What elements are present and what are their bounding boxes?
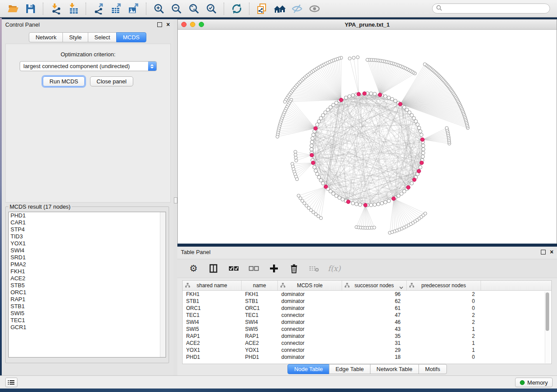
tab-network-table[interactable]: Network Table [370,364,419,374]
table-scrollbar-thumb[interactable] [546,292,549,331]
network-window-titlebar[interactable]: YPA_prune.txt_1 [178,20,557,30]
duplicate-network-icon[interactable] [255,2,270,15]
cell-predecessor-nodes: 2 [407,333,481,340]
memory-button[interactable]: Memory [515,378,553,387]
control-panel: Control Panel × NetworkStyleSelectMCDS O… [2,19,173,375]
mcds-node-item[interactable]: SWI5 [9,310,166,317]
task-history-button[interactable] [5,378,17,387]
export-table-icon[interactable] [109,2,124,15]
table-row[interactable]: YOX1YOX1connector291 [183,347,551,354]
tab-style[interactable]: Style [62,32,88,42]
zoom-fit-icon[interactable] [187,2,201,15]
export-image-icon[interactable] [126,2,141,15]
column-header-shared-name[interactable]: shared name [183,281,242,290]
cell-successor-nodes: 62 [342,298,407,305]
table-row[interactable]: FKH1FKH1dominator962 [183,291,551,298]
zoom-in-icon[interactable] [152,2,166,15]
mcds-node-item[interactable]: GCR1 [9,324,166,331]
mcds-node-item[interactable]: ORC1 [9,289,166,296]
network-canvas[interactable] [178,30,557,244]
table-row[interactable]: STB1STB1dominator620 [183,298,551,305]
tab-mcds[interactable]: MCDS [116,32,146,42]
add-column-icon[interactable] [268,263,280,274]
show-panels-icon[interactable] [307,2,322,15]
column-header-name[interactable]: name [242,281,278,290]
control-panel-title: Control Panel [5,21,157,28]
table-row[interactable]: SWI5SWI5connector431 [183,326,551,333]
show-columns-icon[interactable] [208,263,219,274]
cell-MCDS-role: connector [278,340,342,347]
tab-select[interactable]: Select [88,32,117,42]
criterion-select[interactable]: largest connected component (undirected) [20,61,157,71]
tab-motifs[interactable]: Motifs [419,364,447,374]
search-box[interactable] [432,3,550,14]
table-row[interactable]: ACE2ACE2connector311 [183,340,551,347]
cell-successor-nodes: 31 [342,340,407,347]
run-mcds-button[interactable]: Run MCDS [43,76,85,86]
select-all-checkboxes-icon[interactable] [228,263,239,274]
column-header-filler [481,281,546,290]
column-header-successor-nodes[interactable]: successor nodes [342,281,407,290]
open-session-icon[interactable] [6,2,21,15]
column-label: shared name [197,282,227,289]
import-network-icon[interactable] [48,2,63,15]
search-input[interactable] [442,4,550,13]
cell-name: ACE2 [242,340,278,347]
cell-successor-nodes: 47 [342,312,407,319]
refresh-icon[interactable] [229,2,244,15]
mcds-node-item[interactable]: SWI4 [9,247,166,254]
table-row[interactable]: RAP1RAP1dominator352 [183,333,551,340]
mcds-node-item[interactable]: ACE2 [9,275,166,282]
save-session-icon[interactable] [23,2,38,15]
tab-network[interactable]: Network [29,32,63,42]
mcds-node-item[interactable]: PMA2 [9,261,166,268]
zoom-out-icon[interactable] [169,2,184,15]
hide-panels-icon[interactable] [290,2,304,15]
table-scrollbar[interactable] [545,292,550,363]
mcds-scrollbar[interactable] [160,212,166,357]
table-row[interactable]: TEC1TEC1connector472 [183,312,551,319]
import-table-icon[interactable] [66,2,81,15]
mcds-node-item[interactable]: TID3 [9,233,166,240]
mcds-node-item[interactable]: YOX1 [9,240,166,247]
mcds-node-item[interactable]: TEC1 [9,317,166,324]
home-view-icon[interactable] [272,2,287,15]
column-header-predecessor-nodes[interactable]: predecessor nodes [407,281,481,290]
node-table[interactable]: shared namenameMCDS rolesuccessor nodesp… [182,280,552,364]
mcds-result-list[interactable]: PHD1CAR1STP4TID3YOX1SWI4SRD1PMA2FKH1ACE2… [8,212,166,358]
column-header-MCDS-role[interactable]: MCDS role [278,281,342,290]
cell-name: SWI5 [242,326,278,333]
table-panel-title: Table Panel [181,249,541,255]
zoom-selected-icon[interactable] [204,2,219,15]
panel-split-divider[interactable] [173,19,177,375]
mcds-node-item[interactable]: PHD1 [9,212,166,219]
table-row[interactable]: PHD1PHD1dominator180 [183,354,551,361]
toolbar-separator [146,3,147,15]
tab-edge-table[interactable]: Edge Table [329,364,370,374]
mcds-node-item[interactable]: CAR1 [9,219,166,226]
float-table-panel-icon[interactable] [541,250,546,254]
export-network-icon[interactable] [91,2,106,15]
cell-predecessor-nodes: 1 [407,340,481,347]
mcds-node-item[interactable]: RAP1 [9,296,166,303]
divider-grip[interactable] [174,197,177,203]
table-row[interactable]: ORC1ORC1dominator610 [183,305,551,312]
float-panel-icon[interactable] [157,22,162,27]
close-table-panel-icon[interactable]: × [550,250,554,254]
cell-predecessor-nodes: 0 [407,354,481,361]
close-panel-icon[interactable]: × [166,22,170,27]
mcds-node-item[interactable]: STP4 [9,226,166,233]
memory-status-icon [520,380,525,385]
mcds-node-item[interactable]: SRD1 [9,254,166,261]
mcds-node-item[interactable]: FKH1 [9,268,166,275]
deselect-all-checkboxes-icon[interactable] [248,263,259,274]
cell-MCDS-role: connector [278,347,342,354]
tab-node-table[interactable]: Node Table [287,364,329,374]
mcds-node-item[interactable]: STB5 [9,282,166,289]
cell-predecessor-nodes: 0 [407,305,481,312]
mcds-node-item[interactable]: STB1 [9,303,166,310]
close-panel-button[interactable]: Close panel [90,76,133,86]
delete-columns-icon[interactable] [288,263,300,274]
settings-gear-icon[interactable]: ⚙ [188,263,199,274]
table-row[interactable]: SWI4SWI4dominator462 [183,319,551,326]
